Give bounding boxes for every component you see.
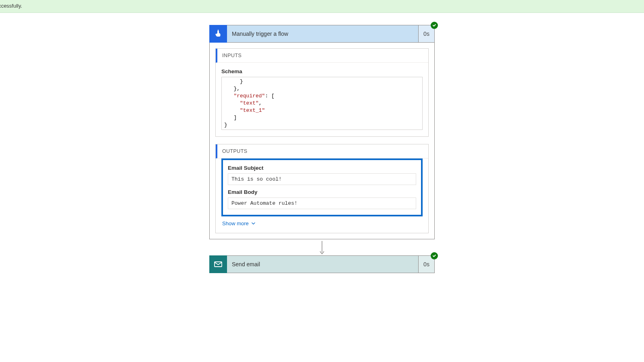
mail-icon xyxy=(209,255,227,273)
success-badge-icon xyxy=(431,22,438,29)
success-banner: ran successfully. xyxy=(0,0,644,13)
email-subject-value[interactable]: This is so cool! xyxy=(228,173,416,185)
flow-connector-arrow xyxy=(322,241,322,254)
flow-canvas: Manually trigger a flow 0s INPUTS Schema… xyxy=(0,13,644,273)
output-field-label: Email Body xyxy=(228,189,416,195)
output-field-label: Email Subject xyxy=(228,165,416,171)
send-email-step[interactable]: Send email 0s xyxy=(209,255,435,273)
inputs-header: INPUTS xyxy=(216,49,428,63)
show-more-label: Show more xyxy=(222,220,249,226)
touch-icon xyxy=(209,25,227,43)
schema-label: Schema xyxy=(221,68,423,74)
trigger-title: Manually trigger a flow xyxy=(227,25,419,43)
trigger-step-header[interactable]: Manually trigger a flow 0s xyxy=(209,25,435,43)
email-body-value[interactable]: Power Automate rules! xyxy=(228,197,416,209)
trigger-expanded-card: INPUTS Schema "x-ms-content-hint": "TEXT… xyxy=(209,43,435,239)
inputs-panel: INPUTS Schema "x-ms-content-hint": "TEXT… xyxy=(215,48,429,137)
schema-textarea[interactable]: "x-ms-content-hint": "TEXT" } }, "requir… xyxy=(221,77,423,130)
outputs-highlight-box: Email Subject This is so cool! Email Bod… xyxy=(221,158,423,216)
show-more-link[interactable]: Show more xyxy=(221,216,256,226)
chevron-down-icon xyxy=(251,221,256,226)
outputs-panel: OUTPUTS Email Subject This is so cool! E… xyxy=(215,144,429,233)
success-badge-icon xyxy=(431,252,438,259)
send-email-title: Send email xyxy=(227,255,419,273)
outputs-header: OUTPUTS xyxy=(216,144,428,158)
svg-point-0 xyxy=(218,30,219,31)
banner-text: ran successfully. xyxy=(0,2,22,10)
